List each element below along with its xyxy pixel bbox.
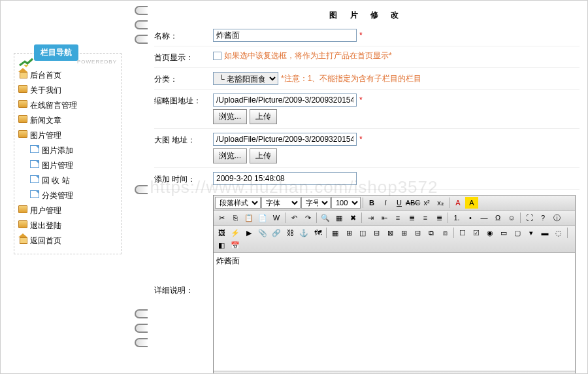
para-style-select[interactable]: 段落样式 [215,197,261,209]
footer-collapse-icon[interactable]: ➖ [559,373,572,374]
textfield-icon[interactable]: ▭ [497,227,510,239]
thumb-upload-button[interactable]: 上传 [250,109,277,124]
form-icon[interactable]: ☐ [456,227,469,239]
col-insert-icon[interactable]: ⊞ [397,227,410,239]
paste-text-icon[interactable]: 📄 [256,212,269,224]
nav-item-8[interactable]: 分类管理 [18,188,117,203]
spiral-binding [131,1,151,373]
subscript-icon[interactable]: x₂ [434,197,447,209]
nav-item-10[interactable]: 退出登陆 [18,218,117,233]
about-icon[interactable]: ⓘ [550,212,563,224]
radio-icon[interactable]: ◉ [483,227,497,239]
backcolor-icon[interactable]: A [465,197,478,209]
forecolor-icon[interactable]: A [451,197,465,209]
cell-prop-icon[interactable]: ◫ [356,227,369,239]
flash-icon[interactable]: ⚡ [229,227,242,239]
nav-item-5[interactable]: 图片添加 [18,143,117,158]
layer-icon[interactable]: ◧ [215,239,228,251]
align-center-icon[interactable]: ≣ [405,212,418,224]
thumb-browse-button[interactable]: 浏览... [213,109,247,124]
row-delete-icon[interactable]: ⊠ [384,227,397,239]
file-icon[interactable]: 📎 [256,227,269,239]
category-select[interactable]: └ 老豁阳面食 [213,72,278,85]
cell-merge-icon[interactable]: ⧉ [425,227,438,239]
select-icon[interactable]: ▾ [525,227,538,239]
nav-item-2[interactable]: 在线留言管理 [18,98,117,113]
footer-tab-design[interactable]: 设计 [253,373,284,373]
nav-item-9[interactable]: 用户管理 [18,203,117,218]
ol-icon[interactable]: 1. [450,212,463,224]
textarea-icon[interactable]: ▢ [511,227,524,239]
folder-icon [18,205,27,213]
nav-item-1[interactable]: 关于我们 [18,83,117,98]
addtime-input[interactable] [213,172,357,185]
align-left-icon[interactable]: ≡ [391,212,404,224]
indent-icon[interactable]: ⇥ [364,212,377,224]
zoom-select[interactable]: 100% [331,197,361,209]
col-delete-icon[interactable]: ⊟ [411,227,424,239]
cell-split-icon[interactable]: ⧈ [438,227,451,239]
nav-item-label: 分类管理 [42,191,73,200]
font-family-select[interactable]: 字体 [261,197,301,209]
strike-icon[interactable]: ABC [406,197,419,209]
outdent-icon[interactable]: ⇤ [378,212,391,224]
row-insert-icon[interactable]: ⊟ [370,227,383,239]
nav-item-0[interactable]: 后台首页 [18,68,117,83]
paste-word-icon[interactable]: W [270,212,283,224]
cut-icon[interactable]: ✂ [215,212,228,224]
copy-icon[interactable]: ⎘ [229,212,242,224]
emoji-icon[interactable]: ☺ [505,212,518,224]
undo-icon[interactable]: ↶ [287,212,301,224]
addtime-label: 添加 时间： [154,172,213,185]
footer-expand-icon[interactable]: ✚ [540,373,553,374]
thumb-input[interactable] [213,94,357,107]
help-icon[interactable]: ? [536,212,549,224]
editor-toolbar-3: 🖼 ⚡ ▶ 📎 🔗 ⛓ ⚓ 🗺 ▦ ⊞ ◫ ⊟ ⊠ ⊞ [214,226,575,253]
align-justify-icon[interactable]: ≣ [433,212,446,224]
bold-icon[interactable]: B [365,197,378,209]
align-right-icon[interactable]: ≡ [419,212,432,224]
paste-icon[interactable]: 📋 [242,212,255,224]
map-icon[interactable]: 🗺 [311,227,324,239]
nav-item-7[interactable]: 回 收 站 [18,173,117,188]
folder-icon [18,85,27,93]
anchor-icon[interactable]: ⚓ [297,227,310,239]
nav-item-3[interactable]: 新闻文章 [18,113,117,128]
hidden-icon[interactable]: ◌ [552,227,565,239]
hr-icon[interactable]: ― [478,212,491,224]
superscript-icon[interactable]: x² [420,197,433,209]
char-icon[interactable]: Ω [491,212,504,224]
table-prop-icon[interactable]: ⊞ [342,227,355,239]
checkbox-icon[interactable]: ☑ [470,227,483,239]
nav-item-6[interactable]: 图片管理 [18,158,117,173]
button-icon[interactable]: ▬ [538,227,551,239]
bigimg-upload-button[interactable]: 上传 [250,148,277,163]
removeformat-icon[interactable]: ✖ [346,212,359,224]
redo-icon[interactable]: ↷ [301,212,314,224]
link-icon[interactable]: 🔗 [270,227,283,239]
media-icon[interactable]: ▶ [242,227,255,239]
footer-tab-preview[interactable]: 预览 [328,373,359,373]
ul-icon[interactable]: • [464,212,477,224]
italic-icon[interactable]: I [379,197,392,209]
homepage-checkbox[interactable] [213,52,221,60]
date-icon[interactable]: 📅 [229,239,242,251]
bigimg-browse-button[interactable]: 浏览... [213,148,247,163]
selectall-icon[interactable]: ▦ [333,212,346,224]
nav-item-11[interactable]: 返回首页 [18,233,117,248]
footer-tab-text[interactable]: 文本 [291,373,321,373]
fullscreen-icon[interactable]: ⛶ [523,212,536,224]
nav-item-4[interactable]: 图片管理 [18,128,117,143]
name-input[interactable] [213,29,357,42]
nav-panel: 栏目导航 POWEREDBY 后台首页关于我们在线留言管理新闻文章图片管理图片添… [14,53,122,254]
editor-body[interactable]: 炸酱面 [214,253,575,371]
image-icon[interactable]: 🖼 [215,227,228,239]
find-icon[interactable]: 🔍 [319,212,332,224]
footer-tab-code[interactable]: 代码 [216,373,247,373]
font-size-select[interactable]: 字号 [301,197,331,209]
editor-toolbar-1: 段落样式 字体 字号 100% B I U ABC x² x₂ A A [214,196,575,211]
unlink-icon[interactable]: ⛓ [284,227,297,239]
table-icon[interactable]: ▦ [329,227,342,239]
underline-icon[interactable]: U [393,197,406,209]
bigimg-input[interactable] [213,133,357,146]
